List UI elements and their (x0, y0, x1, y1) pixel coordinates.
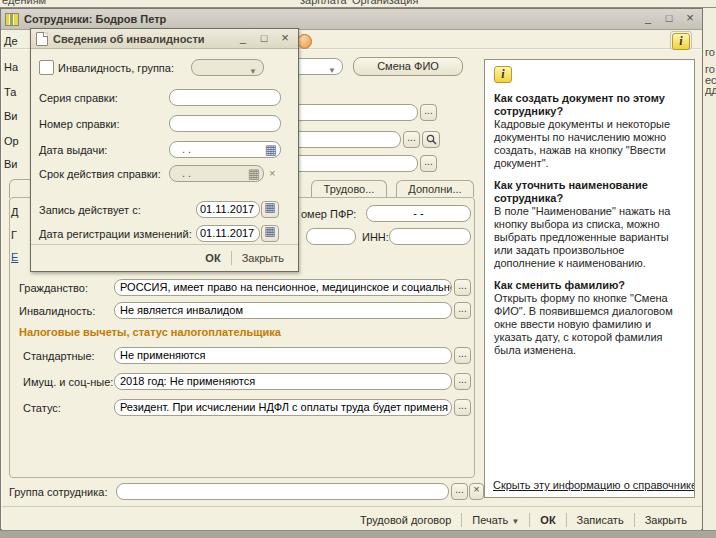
help-question: Как создать документ по этому сотруднику… (494, 92, 685, 118)
close-button[interactable]: Закрыть (639, 512, 693, 528)
ellipsis-button[interactable]: ... (403, 131, 420, 148)
document-icon (36, 32, 48, 46)
disability-checkbox[interactable] (39, 60, 54, 75)
disability-input[interactable]: Не является инвалидом (114, 302, 452, 319)
issue-date-input[interactable]: . . ▦ (169, 141, 281, 158)
dialog-ok-button[interactable]: ОК (201, 250, 224, 266)
status-input[interactable]: Резидент. При исчислении НДФЛ с оплаты т… (114, 399, 452, 416)
label-fragment: Де (4, 35, 18, 47)
dropdown-icon[interactable]: ▼ (328, 63, 336, 75)
dialog-close-button[interactable]: Закрыть (238, 250, 288, 266)
status-label: Статус: (23, 402, 61, 414)
magnifier-icon (426, 134, 437, 145)
info-button[interactable]: i (670, 31, 692, 50)
ellipsis-button[interactable]: ... (451, 483, 468, 500)
employee-group-input[interactable] (116, 483, 449, 500)
dialog-body: Инвалидность, группа: ▼ Серия справки: Н… (31, 48, 298, 271)
info-icon: i (494, 66, 512, 83)
pfr-input[interactable]: - - (366, 205, 471, 222)
background-text-fragment: дд (705, 84, 716, 96)
property-deductions-label: Имущ. и соц-ные: (23, 376, 113, 388)
small-input[interactable] (306, 228, 356, 245)
ellipsis-button[interactable]: ... (454, 373, 471, 390)
maximize-icon[interactable]: □ (661, 12, 677, 26)
print-button[interactable]: Печать ▼ (466, 512, 525, 528)
desktop-bottom-strip (0, 530, 716, 538)
dropdown-icon[interactable]: ▼ (249, 64, 257, 76)
citizenship-input[interactable]: РОССИЯ, имеет право на пенсионное, медиц… (114, 279, 452, 296)
clear-button[interactable]: × (469, 483, 484, 500)
label-fragment: Та (4, 86, 16, 98)
issue-date-value: . . (182, 143, 191, 155)
close-icon[interactable]: × (682, 12, 698, 26)
label-fragment: Ор (4, 135, 19, 147)
help-question: Как сменить фамилию? (494, 279, 685, 292)
record-from-input[interactable]: 01.11.2017 (196, 201, 260, 218)
window-titlebar[interactable]: Сотрудники: Бодров Петр _ □ × (1, 9, 702, 30)
valid-until-label: Срок действия справки: (39, 168, 161, 180)
disability-group-label: Инвалидность, группа: (58, 62, 174, 74)
history-round-icon (297, 34, 312, 49)
label-fragment: На (4, 61, 18, 73)
calendar-icon[interactable]: ▦ (265, 143, 277, 157)
info-icon: i (672, 33, 690, 50)
tab-labor[interactable]: Трудово... (311, 180, 387, 197)
inn-input[interactable] (389, 228, 471, 245)
dropdown-icon: ▼ (338, 0, 346, 3)
help-answer: Открыть форму по кнопке "Смена ФИО". В п… (494, 292, 685, 357)
separator (566, 513, 567, 527)
standard-deductions-label: Стандартные: (23, 350, 95, 362)
disability-group-combo[interactable]: ▼ (191, 59, 264, 76)
calendar-button[interactable]: ▦ (261, 201, 279, 218)
valid-until-input[interactable]: . . ▦ (169, 165, 264, 182)
background-window-right-fragment: го го ес дд (703, 8, 716, 530)
property-deductions-input[interactable]: 2018 год: Не применяются (114, 373, 452, 390)
background-text-fragment: го (705, 46, 715, 58)
ok-button[interactable]: ОК (534, 512, 561, 528)
reg-date-label: Дата регистрации изменений: (39, 228, 192, 240)
series-input[interactable] (169, 89, 281, 106)
hide-help-link[interactable]: Скрыть эту информацию о справочнике (493, 479, 695, 492)
ellipsis-button[interactable]: ... (454, 347, 471, 364)
labor-contract-button[interactable]: Трудовой договор (354, 512, 457, 528)
dialog-footer: ОК Закрыть (31, 244, 298, 271)
print-label: Печать (472, 514, 508, 526)
ellipsis-button[interactable]: ... (454, 399, 471, 416)
calendar-icon[interactable]: ▦ (248, 167, 260, 181)
ellipsis-button[interactable]: ... (420, 104, 437, 121)
background-text-fragment: Организация (352, 0, 418, 6)
series-label: Серия справки: (39, 92, 118, 104)
tax-section-header: Налоговые вычеты, статус налогоплательщи… (19, 326, 281, 338)
ellipsis-button[interactable]: ... (420, 155, 437, 172)
tab-additional[interactable]: Дополни... (396, 180, 474, 197)
citizenship-label: Гражданство: (19, 282, 88, 294)
number-label: Номер справки: (39, 118, 119, 130)
standard-deductions-input[interactable]: Не применяются (114, 347, 452, 364)
separator (529, 513, 530, 527)
search-button[interactable] (422, 131, 440, 148)
reg-date-input[interactable]: 01.11.2017 (196, 225, 260, 242)
help-answer: Кадровые документы и некоторые документы… (494, 118, 685, 170)
save-button[interactable]: Записать (571, 512, 630, 528)
change-name-button[interactable]: Смена ФИО (353, 57, 463, 76)
clear-icon[interactable]: × (269, 167, 275, 179)
issue-date-label: Дата выдачи: (39, 144, 107, 156)
background-text-fragment: едениям (2, 0, 46, 6)
ellipsis-button[interactable]: ... (454, 279, 471, 296)
pfr-label: омер ПФР: (301, 208, 356, 220)
number-input[interactable] (169, 115, 281, 132)
separator (231, 251, 232, 265)
label-fragment: Ви (4, 110, 17, 122)
dialog-title: Сведения об инвалидности (53, 33, 230, 45)
calendar-button[interactable]: ▦ (261, 225, 279, 242)
minimize-icon[interactable]: _ (235, 32, 251, 46)
ellipsis-button[interactable]: ... (454, 302, 471, 319)
command-bar: Трудовой договор Печать ▼ ОК Записать За… (2, 506, 701, 532)
window-title: Сотрудники: Бодров Петр (24, 13, 635, 25)
dialog-titlebar[interactable]: Сведения об инвалидности _ □ × (31, 29, 298, 49)
screen: едениям зарплата ▼ Организация го го ес … (0, 0, 716, 538)
maximize-icon[interactable]: □ (256, 32, 272, 46)
label-fragment: Ви (4, 158, 17, 170)
close-icon[interactable]: × (277, 32, 293, 46)
minimize-icon[interactable]: _ (640, 12, 656, 26)
